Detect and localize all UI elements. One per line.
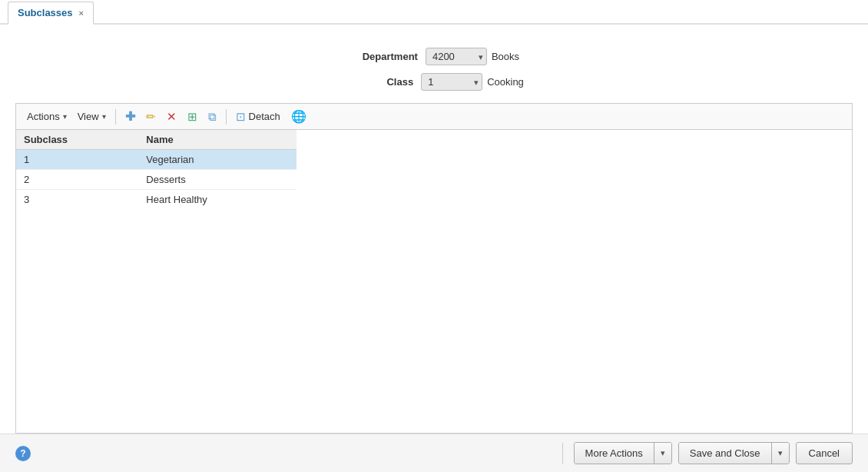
toolbar: Actions ▾ View ▾ ✚ ✏ ✕ ⊞ ⧉ ⊡ Detach 🌐: [15, 103, 853, 129]
globe-icon: 🌐: [291, 109, 306, 124]
table-row[interactable]: 3Heart Healthy: [16, 190, 297, 210]
class-text: Cooking: [487, 76, 524, 88]
globe-button[interactable]: 🌐: [287, 107, 311, 126]
delete-button[interactable]: ✕: [162, 108, 181, 126]
save-close-button[interactable]: Save and Close: [679, 443, 771, 464]
subclasses-table: Subclass Name 1Vegetarian2Desserts3Heart…: [16, 130, 297, 209]
table-row[interactable]: 1Vegetarian: [16, 150, 297, 170]
more-actions-split: More Actions ▾: [574, 442, 672, 464]
main-content: Department 4200 Books Class 1 Cooking: [0, 25, 868, 434]
save-icon: ⊞: [187, 110, 197, 124]
copy-button[interactable]: ⧉: [204, 108, 221, 126]
actions-chevron-icon: ▾: [63, 112, 67, 121]
more-actions-button[interactable]: More Actions: [575, 443, 654, 464]
cell-subclass: 2: [16, 170, 138, 190]
table-header-row: Subclass Name: [16, 130, 297, 150]
add-button[interactable]: ✚: [121, 107, 140, 126]
tab-subclasses[interactable]: Subclasses ×: [8, 2, 94, 25]
detach-label: Detach: [249, 111, 280, 122]
cell-name: Vegetarian: [138, 150, 297, 170]
add-icon: ✚: [125, 109, 135, 124]
bottom-separator: [562, 443, 563, 464]
more-actions-dropdown[interactable]: ▾: [654, 443, 671, 464]
edit-icon: ✏: [146, 110, 156, 124]
save-button[interactable]: ⊞: [183, 108, 202, 126]
help-button[interactable]: ?: [15, 446, 31, 461]
tab-close-icon[interactable]: ×: [79, 8, 84, 18]
class-row: Class 1 Cooking: [344, 73, 524, 91]
save-close-split: Save and Close ▾: [678, 442, 790, 464]
department-label: Department: [349, 51, 418, 62]
table-body: 1Vegetarian2Desserts3Heart Healthy: [16, 150, 297, 210]
class-select-wrap: 1 Cooking: [421, 73, 524, 91]
cancel-button[interactable]: Cancel: [796, 442, 853, 464]
toolbar-separator-1: [115, 109, 116, 125]
view-chevron-icon: ▾: [102, 112, 106, 121]
class-select[interactable]: 1: [421, 73, 482, 91]
copy-icon: ⧉: [208, 110, 217, 124]
tab-label: Subclasses: [18, 7, 73, 18]
table-container: Subclass Name 1Vegetarian2Desserts3Heart…: [16, 130, 297, 209]
class-label: Class: [344, 76, 413, 88]
department-select-wrapper: 4200: [426, 48, 487, 65]
table-row[interactable]: 2Desserts: [16, 170, 297, 190]
department-select-wrap: 4200 Books: [426, 48, 519, 65]
delete-icon: ✕: [167, 110, 177, 124]
toolbar-separator-2: [226, 109, 227, 125]
tab-bar: Subclasses ×: [0, 0, 868, 25]
department-row: Department 4200 Books: [349, 48, 519, 65]
view-label: View: [78, 111, 99, 122]
actions-label: Actions: [27, 111, 60, 122]
class-select-wrapper: 1: [421, 73, 482, 91]
cell-subclass: 3: [16, 190, 138, 210]
form-section: Department 4200 Books Class 1 Cooking: [0, 40, 868, 103]
department-text: Books: [492, 51, 519, 62]
edit-button[interactable]: ✏: [141, 108, 161, 126]
save-close-dropdown[interactable]: ▾: [771, 443, 789, 464]
view-button[interactable]: View ▾: [73, 108, 111, 125]
cell-subclass: 1: [16, 150, 138, 170]
detach-icon: ⊡: [236, 110, 246, 124]
department-select[interactable]: 4200: [426, 48, 487, 65]
help-icon-label: ?: [20, 448, 25, 459]
col-name: Name: [138, 130, 297, 150]
actions-button[interactable]: Actions ▾: [22, 108, 71, 125]
detach-button[interactable]: ⊡ Detach: [231, 108, 285, 126]
table-area: Subclass Name 1Vegetarian2Desserts3Heart…: [15, 129, 853, 434]
cell-name: Heart Healthy: [138, 190, 297, 210]
cell-name: Desserts: [138, 170, 297, 190]
bottom-bar: ? More Actions ▾ Save and Close ▾ Cancel: [0, 434, 868, 472]
col-subclass: Subclass: [16, 130, 138, 150]
